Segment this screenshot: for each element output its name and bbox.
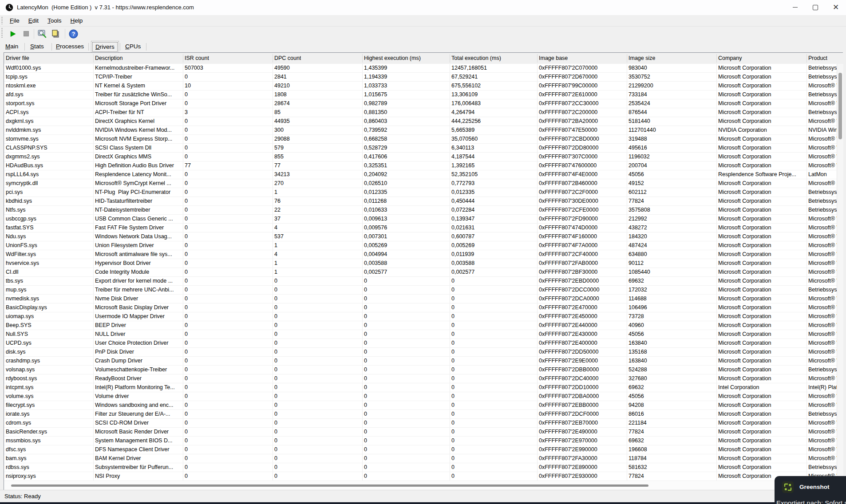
table-row[interactable]: Ndu.sysWindows Network Data Usag...05370… xyxy=(4,232,837,241)
cell-company: Microsoft Corporation xyxy=(718,348,806,357)
column-header-isr-count[interactable]: ISR count xyxy=(185,53,209,64)
table-row[interactable]: BasicDisplay.sysMicrosoft Basic Display … xyxy=(4,303,837,312)
table-row[interactable]: fastfat.SYSFast FAT File System Driver04… xyxy=(4,224,837,232)
table-row[interactable]: UnionFS.sysUnion Filesystem Driver010,00… xyxy=(4,241,837,250)
tab-cpus[interactable]: CPUs xyxy=(123,42,143,51)
table-row[interactable]: pci.sysNT-Plug Play PCI-Enumerator010,01… xyxy=(4,188,837,197)
maximize-button[interactable] xyxy=(805,0,826,15)
table-row[interactable]: nvlddmkm.sysNVIDIA Windows Kernel Mod...… xyxy=(4,126,837,135)
table-row[interactable]: Null.SYSNULL Driver00000xFFFFF807'2E4300… xyxy=(4,330,837,339)
cell-total-execution: 5,665389 xyxy=(451,126,536,135)
cell-image-base: 0xFFFFF807'2E430000 xyxy=(539,330,626,339)
column-header-image-base[interactable]: Image base xyxy=(539,53,568,64)
table-row[interactable]: dxgkrnl.sysDirectX Graphics Kernel044935… xyxy=(4,117,837,126)
table-row[interactable]: mssmbios.sysSystem Management BIOS D...0… xyxy=(4,437,837,445)
table-row[interactable]: CI.dllCode Integrity Module010,0025770,0… xyxy=(4,268,837,277)
cell-image-size: 90112 xyxy=(629,259,716,268)
cell-dpc-count: 76 xyxy=(274,197,361,206)
table-row[interactable]: mup.sysTreiber für mehrere UNC-Anbi...00… xyxy=(4,286,837,295)
table-row[interactable]: disk.sysPnP Disk Driver00000xFFFFF807'2D… xyxy=(4,348,837,357)
table-row[interactable]: rspLLL64.sysResplendence Latency Monit..… xyxy=(4,170,837,179)
table-row[interactable]: bam.sysBAM Kernel Driver00000xFFFFF807'2… xyxy=(4,454,837,463)
table-row[interactable]: filecrypt.sysWindows sandboxing and enc.… xyxy=(4,401,837,410)
table-row[interactable]: afd.sysTreiber für zusätzliche WinSo...0… xyxy=(4,91,837,99)
table-row[interactable]: intcpmt.sysIntel(R) Platform Monitoring … xyxy=(4,383,837,392)
table-row[interactable]: Ntfs.sysNT-Dateisystemtreiber0220,010633… xyxy=(4,206,837,215)
cell-dpc-count: 85 xyxy=(274,108,361,117)
table-row[interactable]: cdrom.sysSCSI CD-ROM Driver00000xFFFFF80… xyxy=(4,419,837,428)
column-header-product[interactable]: Product xyxy=(808,53,827,64)
table-row[interactable]: tcpip.sysTCP/IP-Treiber028411,19433967,5… xyxy=(4,73,837,82)
copy-report-button[interactable] xyxy=(50,28,61,39)
cell-description: Microsoft Basic Display Driver xyxy=(95,303,182,312)
menu-edit[interactable]: Edit xyxy=(24,16,43,25)
report-wizard-button[interactable] xyxy=(36,28,48,39)
table-row[interactable]: dxgmms2.sysDirectX Graphics MMS08550,417… xyxy=(4,153,837,161)
table-row[interactable]: crashdmp.sysCrash Dump Driver00000xFFFFF… xyxy=(4,357,837,366)
cell-total-execution: 0,002577 xyxy=(451,268,536,277)
tab-stats[interactable]: Stats xyxy=(28,42,47,51)
menu-file[interactable]: File xyxy=(5,16,24,25)
table-row[interactable]: ntoskrnl.exeNT Kernel & System10492101,0… xyxy=(4,82,837,91)
table-row[interactable]: symcryptk.dllMicrosoft® SymCrypt Kernel … xyxy=(4,179,837,188)
table-row[interactable]: rdbss.sysSubsystemtreiber für Pufferun..… xyxy=(4,463,837,472)
menu-help[interactable]: Help xyxy=(66,16,87,25)
cell-dpc-count: 0 xyxy=(274,339,361,348)
table-row[interactable]: stornvme.sysMicrosoft NVM Express Storp.… xyxy=(4,135,837,144)
minimize-button[interactable] xyxy=(785,0,805,15)
column-header-image-size[interactable]: Image size xyxy=(629,53,655,64)
cell-product: Microsoft® W xyxy=(808,303,837,312)
vertical-scrollbar-thumb[interactable] xyxy=(838,73,842,139)
tab-drivers[interactable]: Drivers xyxy=(92,42,118,52)
stop-monitor-button[interactable] xyxy=(20,28,32,39)
table-row[interactable]: iorate.sysFilter zur Steuerung der E/A-.… xyxy=(4,410,837,419)
table-row[interactable]: Wdf01000.sysKernelmodustreiber-Framewor.… xyxy=(4,64,837,73)
table-row[interactable]: Beep.SYSBEEP Driver00000xFFFFF807'2E4400… xyxy=(4,321,837,330)
cell-image-base: 0xFFFFF807'2E400000 xyxy=(539,339,626,348)
table-row[interactable]: nvmedisk.sysNvme Disk Driver00000xFFFFF8… xyxy=(4,295,837,303)
cell-total-execution: 35,070560 xyxy=(451,135,536,144)
cell-total-execution: 675,556102 xyxy=(451,82,536,91)
greenshot-toast[interactable]: Greenshot Exportiert nach: Sofort s xyxy=(775,476,846,504)
horizontal-scrollbar[interactable] xyxy=(4,481,837,490)
vertical-scrollbar[interactable] xyxy=(837,64,843,481)
table-row[interactable]: hvservice.sysHypervisor Boot Driver010,0… xyxy=(4,259,837,268)
table-row[interactable]: usbccgp.sysUSB Common Class Generic ...0… xyxy=(4,215,837,224)
table-row[interactable]: storport.sysMicrosoft Storage Port Drive… xyxy=(4,99,837,108)
table-row[interactable]: volsnap.sysVolumeschattenkopie-Treiber00… xyxy=(4,366,837,374)
cell-image-size: 634880 xyxy=(629,250,716,259)
help-button[interactable]: ? xyxy=(67,28,79,39)
column-header-driver-file[interactable]: Driver file xyxy=(6,53,29,64)
column-header-dpc-count[interactable]: DPC count xyxy=(274,53,301,64)
table-row[interactable]: ACPI.sysACPI-Treiber für NT3850,8813504,… xyxy=(4,108,837,117)
cell-isr-count: 0 xyxy=(185,232,272,241)
cell-total-execution: 13,306109 xyxy=(451,91,536,99)
start-monitor-button[interactable] xyxy=(7,28,19,39)
tab-main[interactable]: Main xyxy=(3,42,21,51)
table-row[interactable]: HDAudBus.sysHigh Definition Audio Bus Dr… xyxy=(4,161,837,170)
close-button[interactable]: ✕ xyxy=(826,0,846,15)
cell-image-base: 0xFFFFF807'2C2F0000 xyxy=(539,188,626,197)
menu-tools[interactable]: Tools xyxy=(43,16,66,25)
table-row[interactable]: nsiproxy.sysNSI Proxy00000xFFFFF807'2E93… xyxy=(4,472,837,481)
column-header-description[interactable]: Description xyxy=(95,53,123,64)
table-row[interactable]: kbdhid.sysHID-Tastaturfiltertreiber0760,… xyxy=(4,197,837,206)
tab-processes[interactable]: Processes xyxy=(53,42,87,51)
cell-image-base: 0xFFFFF807'2E9E0000 xyxy=(539,357,626,366)
table-row[interactable]: BasicRender.sysMicrosoft Basic Render Dr… xyxy=(4,428,837,437)
column-header-company[interactable]: Company xyxy=(718,53,742,64)
column-header-total-execution[interactable]: Total execution (ms) xyxy=(451,53,501,64)
table-row[interactable]: dfsc.sysDFS Namespace Client Driver00000… xyxy=(4,445,837,454)
table-row[interactable]: tbs.sysExport driver for kernel mode ...… xyxy=(4,277,837,286)
table-row[interactable]: UCPD.sysUser Choice Protection Driver000… xyxy=(4,339,837,348)
table-row[interactable]: uiomap.sysUsermode IO Mapper Driver00000… xyxy=(4,312,837,321)
horizontal-scrollbar-thumb[interactable] xyxy=(11,484,648,487)
table-row[interactable]: rdyboost.sysReadyBoost Driver00000xFFFFF… xyxy=(4,374,837,383)
table-row[interactable]: CLASSPNP.SYSSCSI Class System Dll05790,5… xyxy=(4,144,837,153)
cell-isr-count: 0 xyxy=(185,321,272,330)
column-header-highest-execution[interactable]: Highest execution (ms) xyxy=(364,53,421,64)
cell-isr-count: 0 xyxy=(185,383,272,392)
table-row[interactable]: WdFilter.sysMicrosoft antimalware file s… xyxy=(4,250,837,259)
cell-description: Microsoft NVM Express Storp... xyxy=(95,135,182,144)
table-row[interactable]: volume.sysVolume driver00000xFFFFF807'2D… xyxy=(4,392,837,401)
